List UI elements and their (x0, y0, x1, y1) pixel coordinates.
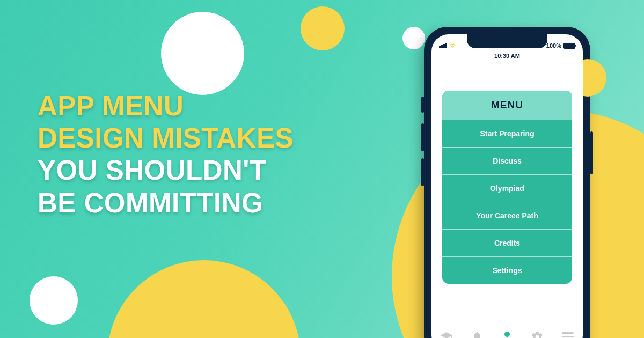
headline-line-3: YOU SHOULDN'T (38, 155, 294, 187)
phone-volume-down (421, 158, 424, 186)
decoration-circle (301, 6, 345, 50)
phone-screen: 10:30 AM 100% MENU Start Preparing Discu… (431, 34, 583, 338)
status-left (439, 43, 456, 48)
nav-education-icon[interactable] (440, 330, 453, 339)
battery-percent: 100% (546, 42, 561, 49)
headline: APP MENU DESIGN MISTAKES YOU SHOULDN'T B… (38, 90, 294, 219)
menu-item-settings[interactable]: Settings (442, 256, 572, 284)
menu-panel: MENU Start Preparing Discuss Olympiad Yo… (442, 91, 572, 284)
nav-menu-icon[interactable] (561, 330, 574, 339)
menu-item-career-path[interactable]: Your Careee Path (442, 202, 572, 229)
battery-icon (564, 43, 575, 49)
decoration-circle (107, 260, 301, 338)
phone-mockup: 10:30 AM 100% MENU Start Preparing Discu… (424, 27, 590, 338)
status-right: 100% (546, 42, 575, 49)
headline-line-2: DESIGN MISTAKES (38, 122, 294, 155)
decoration-circle (30, 276, 78, 325)
phone-notch (467, 34, 547, 48)
nav-settings-icon[interactable] (531, 330, 544, 339)
cellular-signal-icon (439, 43, 447, 48)
status-time: 10:30 AM (494, 53, 520, 59)
headline-line-4: BE COMMITTING (38, 187, 294, 219)
headline-line-1: APP MENU (38, 90, 294, 122)
menu-item-discuss[interactable]: Discuss (442, 147, 572, 174)
phone-silent-switch (421, 97, 424, 113)
wifi-icon (449, 43, 456, 48)
decoration-circle (402, 27, 425, 49)
menu-item-olympiad[interactable]: Olympiad (442, 174, 572, 202)
nav-notifications-icon[interactable] (471, 330, 484, 339)
bottom-nav (431, 321, 583, 338)
decoration-circle (161, 12, 244, 95)
menu-item-credits[interactable]: Credits (442, 229, 572, 256)
phone-power-button (590, 131, 593, 174)
nav-profile-icon[interactable] (501, 330, 514, 339)
menu-item-start-preparing[interactable]: Start Preparing (442, 120, 572, 147)
phone-volume-up (421, 123, 424, 151)
menu-title: MENU (442, 91, 572, 120)
